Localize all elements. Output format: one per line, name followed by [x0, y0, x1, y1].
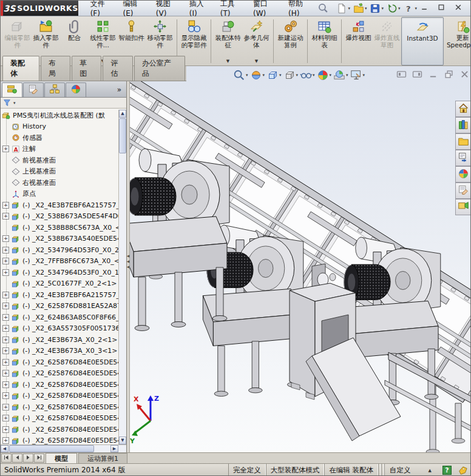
task-pane-tab[interactable] [455, 183, 471, 199]
tree-item[interactable]: + (-) _X2_7FFB8F6C673A_X0_< [1, 256, 126, 267]
tree-item[interactable]: + (-) _X2_538B673A540E5DE54 [1, 233, 126, 245]
expand-icon[interactable]: + [2, 437, 9, 444]
tree-item[interactable]: + 右视基准面 [1, 177, 126, 189]
quick-button[interactable]: ▾ [335, 2, 351, 15]
quick-button[interactable]: ▾ [385, 2, 402, 15]
quick-button[interactable]: ? ▾ [402, 2, 418, 15]
task-pane-tab[interactable] [455, 101, 471, 117]
help-badge-icon[interactable]: ? [442, 466, 452, 475]
expand-icon[interactable]: + [2, 247, 9, 253]
panel-splitter[interactable]: ◀◀◀ [127, 81, 130, 452]
expand-icon[interactable]: + [2, 359, 9, 366]
window-control-button[interactable] [435, 3, 447, 14]
graphics-viewport[interactable]: Z X Y ▾ ▾ ▾ [130, 66, 471, 452]
tree-item[interactable]: + (-) _X2_4E3B673A_X0_3<1> [1, 346, 126, 357]
status-custom-menu[interactable]: 自定义 ▲ [384, 464, 436, 476]
tree-item[interactable]: + (-) _X2_625876D84E0E5DE54 [1, 368, 126, 380]
tree-item[interactable]: + (-) _X2_625876D84E0E5DE54 [1, 379, 126, 391]
chevron-down-icon[interactable]: ▼ [255, 59, 258, 64]
tab-nav-button[interactable] [1, 454, 12, 463]
view-tool-button[interactable]: ▾ [350, 69, 365, 81]
document-window-button[interactable] [396, 70, 407, 81]
model-canvas[interactable]: Z X Y [130, 66, 471, 452]
tree-item[interactable]: + (-) _X2_4E3B7EBF6A215757_ [1, 199, 126, 211]
document-window-button[interactable] [459, 70, 470, 81]
tree-item[interactable]: + 传感器 [1, 132, 126, 144]
view-tool-button[interactable]: ▾ [233, 69, 248, 81]
command-tab[interactable]: 评估 [103, 56, 132, 81]
task-pane-tab[interactable] [455, 117, 471, 133]
expand-icon[interactable]: + [2, 347, 9, 354]
command-tab[interactable]: 办公室产品 [134, 56, 185, 81]
task-pane-tab[interactable] [455, 150, 471, 166]
command-tab[interactable]: 草图 [72, 56, 101, 81]
view-tool-button[interactable]: ▾ [317, 69, 332, 81]
task-pane-tab[interactable] [455, 166, 471, 183]
command-button[interactable]: 爆炸直线草图 ▼ [373, 17, 401, 65]
tab-nav-button[interactable] [23, 454, 33, 463]
scroll-left-arrow[interactable]: ◀ [1, 445, 8, 452]
command-button[interactable]: 爆炸视图 ▼ [344, 17, 373, 65]
document-window-button[interactable] [427, 70, 439, 81]
study-tab[interactable]: 运动算例1 [78, 453, 127, 463]
panel-tab[interactable] [66, 82, 86, 97]
view-tool-button[interactable]: ▾ [283, 69, 299, 81]
expand-icon[interactable]: + [2, 202, 9, 209]
expand-icon[interactable]: + [2, 426, 9, 433]
tree-filter-bar[interactable]: ▾ [1, 98, 126, 109]
command-tab[interactable]: 布局 [41, 56, 70, 81]
view-tool-button[interactable]: ▾ [333, 69, 348, 81]
command-button[interactable]: 更新 Speedpak ▼ [444, 17, 471, 65]
command-button[interactable]: 参考几何体 ▼ [242, 17, 271, 65]
expand-icon[interactable]: + [2, 404, 9, 411]
tag-icon[interactable] [458, 466, 467, 475]
window-control-button[interactable] [418, 3, 430, 14]
tree-item[interactable]: + A 注解 [1, 144, 126, 155]
panel-tab[interactable] [2, 82, 22, 97]
study-tab[interactable]: 模型 [46, 453, 77, 463]
expand-icon[interactable]: + [2, 269, 9, 276]
tree-item[interactable]: + History [1, 121, 126, 133]
document-window-button[interactable] [443, 70, 455, 81]
tree-item[interactable]: + (-) _X2_625876D84E0E5DE54 [1, 435, 126, 445]
tree-item[interactable]: + (-) _X2_625876D84E0E5DE54 [1, 391, 126, 402]
tree-item[interactable]: + (-) _X2_5C01677F_X0_2<1> [1, 278, 126, 290]
search-icon[interactable] [317, 2, 328, 15]
view-tool-button[interactable]: ▾ [250, 69, 265, 81]
view-tool-button[interactable]: ▾ [266, 69, 282, 81]
tree-item[interactable]: + (-) _X2_625876D881EA52A87 [1, 301, 126, 312]
window-control-button[interactable] [452, 3, 464, 14]
tree-item[interactable]: + (-) _X2_4E3B7EBF6A215757_ [1, 289, 126, 301]
command-button[interactable]: 装配体特征 ▼ [214, 17, 242, 65]
expand-icon[interactable]: + [2, 235, 9, 242]
tree-vertical-scrollbar[interactable]: ▲ ▼ [118, 110, 126, 444]
tree-item[interactable]: + (-) _X2_538B673A5DE54F4D6 [1, 211, 126, 223]
tree-horizontal-scrollbar[interactable]: ◀ ▶ [1, 444, 126, 452]
view-tool-button[interactable]: ▾ [300, 69, 315, 81]
tree-item[interactable]: + 前视基准面 [1, 155, 126, 166]
expand-icon[interactable]: + [2, 337, 9, 343]
expand-icon[interactable]: + [2, 370, 9, 377]
tree-item[interactable]: + (-) _X2_625876D84E0E5DE54 [1, 357, 126, 368]
tree-item[interactable]: + (-) _X2_625876D84E0E5DE54 [1, 413, 126, 424]
scrollbar-thumb[interactable] [119, 118, 126, 153]
expand-icon[interactable]: + [2, 303, 9, 309]
tree-item[interactable]: + (-) _X2_538B88C5673A_X0_< [1, 222, 126, 233]
expand-icon[interactable]: + [2, 392, 9, 399]
document-window-button[interactable] [412, 70, 423, 81]
scroll-down-arrow[interactable]: ▼ [119, 437, 126, 444]
task-pane-tab[interactable] [455, 199, 471, 215]
command-button[interactable]: Instant3D ▼ [401, 17, 444, 65]
tree-item[interactable]: + (-) _X2_625876D84E0E5DE54 [1, 401, 126, 413]
tree-item[interactable]: + (-) _X2_625876D84E0E5DE54 [1, 424, 126, 435]
tree-item[interactable]: + (-) _X2_5347964D53F0_X0_1 [1, 267, 126, 278]
scroll-up-arrow[interactable]: ▲ [119, 110, 126, 118]
tree-item[interactable]: + (-) _X2_624B63A85C0F8F66_ [1, 312, 126, 323]
tree-item[interactable]: + 原点 [1, 189, 126, 200]
task-pane-tab[interactable] [455, 133, 471, 150]
command-tab[interactable]: 装配体 [2, 56, 39, 81]
expand-icon[interactable]: + [2, 415, 9, 421]
tab-nav-button[interactable] [34, 454, 44, 463]
command-button[interactable]: 新建运动算例 ▼ [276, 17, 305, 65]
chevron-down-icon[interactable]: ▾ [13, 101, 16, 106]
